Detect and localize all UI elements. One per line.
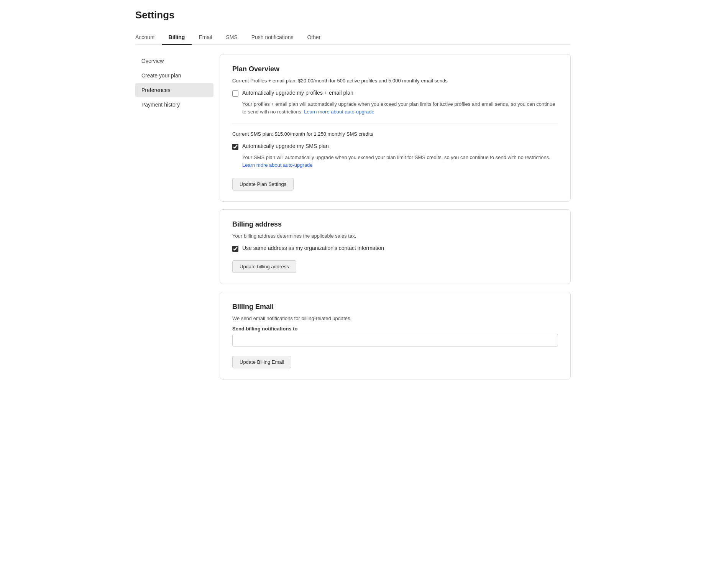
same-address-row: Use same address as my organization's co… [232,245,558,252]
tab-other[interactable]: Other [300,30,327,45]
auto-upgrade-profiles-checkbox[interactable] [232,90,238,97]
sidebar-item-payment-history[interactable]: Payment history [135,98,213,112]
plan-divider [232,123,558,123]
tab-sms[interactable]: SMS [219,30,244,45]
update-plan-settings-button[interactable]: Update Plan Settings [232,178,294,191]
main-content: Plan Overview Current Profiles + email p… [220,54,571,379]
auto-upgrade-profiles-label[interactable]: Automatically upgrade my profiles + emai… [242,90,353,96]
auto-upgrade-profiles-helper: Your profiles + email plan will automati… [242,100,558,115]
sidebar-item-overview[interactable]: Overview [135,54,213,68]
top-navigation: Account Billing Email SMS Push notificat… [135,30,571,45]
billing-notifications-label: Send billing notifications to [232,326,558,332]
billing-email-card: Billing Email We send email notification… [220,292,571,379]
billing-email-input[interactable] [232,334,558,347]
page-title: Settings [135,9,571,21]
auto-upgrade-profiles-row: Automatically upgrade my profiles + emai… [232,90,558,97]
billing-address-description: Your billing address determines the appl… [232,233,558,239]
tab-account[interactable]: Account [135,30,162,45]
plan-overview-card: Plan Overview Current Profiles + email p… [220,54,571,202]
auto-upgrade-sms-helper: Your SMS plan will automatically upgrade… [242,154,558,169]
auto-upgrade-profiles-link[interactable]: Learn more about auto-upgrade [304,109,374,115]
auto-upgrade-sms-checkbox[interactable] [232,144,238,150]
content-area: Overview Create your plan Preferences Pa… [135,54,571,379]
sidebar: Overview Create your plan Preferences Pa… [135,54,220,379]
billing-email-title: Billing Email [232,303,558,311]
update-billing-address-button[interactable]: Update billing address [232,260,296,273]
current-profiles-plan-text: Current Profiles + email plan: $20.00/mo… [232,78,558,84]
billing-address-title: Billing address [232,220,558,228]
sidebar-item-preferences[interactable]: Preferences [135,83,213,97]
tab-billing[interactable]: Billing [162,30,192,45]
tab-email[interactable]: Email [192,30,219,45]
plan-overview-title: Plan Overview [232,65,558,73]
update-billing-email-button[interactable]: Update Billing Email [232,356,291,368]
billing-address-card: Billing address Your billing address det… [220,209,571,284]
current-sms-plan-text: Current SMS plan: $15.00/month for 1,250… [232,131,558,137]
auto-upgrade-sms-link[interactable]: Learn more about auto-upgrade [242,162,313,168]
same-address-checkbox[interactable] [232,246,238,252]
sidebar-item-create-your-plan[interactable]: Create your plan [135,69,213,82]
same-address-label[interactable]: Use same address as my organization's co… [242,245,384,251]
settings-page: Settings Account Billing Email SMS Push … [123,0,583,389]
auto-upgrade-sms-label[interactable]: Automatically upgrade my SMS plan [242,143,329,149]
auto-upgrade-sms-row: Automatically upgrade my SMS plan [232,143,558,150]
tab-push-notifications[interactable]: Push notifications [245,30,300,45]
billing-email-description: We send email notifications for billing-… [232,315,558,321]
